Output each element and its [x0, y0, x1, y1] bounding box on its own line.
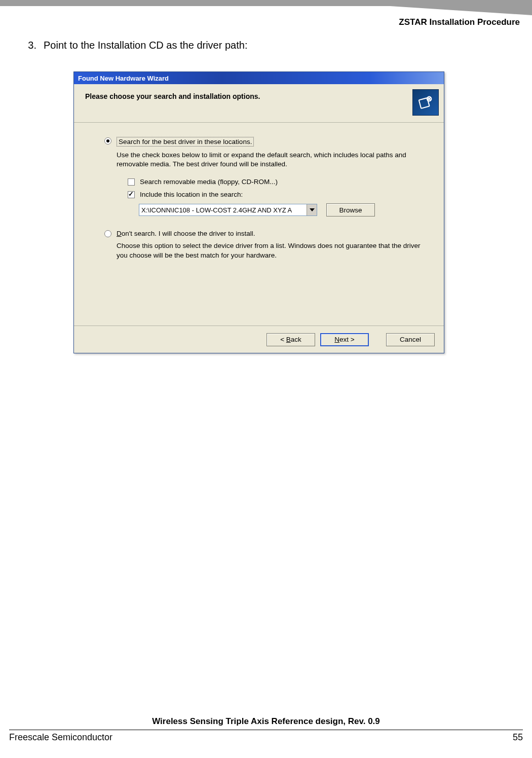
radio-icon[interactable] [104, 137, 111, 145]
dialog-header: Please choose your search and installati… [74, 84, 444, 123]
footer-rule [9, 730, 523, 730]
option-dont-search[interactable]: Don't search. I will choose the driver t… [104, 230, 430, 237]
page-footer: Wireless Sensing Triple Axis Reference d… [9, 716, 523, 743]
section-title: ZSTAR Installation Procedure [9, 17, 523, 27]
found-new-hardware-dialog: Found New Hardware Wizard Please choose … [73, 71, 444, 353]
option2-label: Don't search. I will choose the driver t… [117, 230, 255, 237]
cancel-button[interactable]: Cancel [386, 333, 435, 346]
option2-description: Choose this option to select the device … [117, 241, 423, 260]
browse-label: Browse [339, 206, 362, 214]
cancel-label: Cancel [400, 336, 421, 343]
checkbox-removable-media[interactable]: Search removable media (floppy, CD-ROM..… [128, 178, 430, 186]
browse-button[interactable]: Browse [326, 203, 375, 216]
checkbox-include-location[interactable]: Include this location in the search: [128, 191, 430, 198]
back-button[interactable]: < Back [267, 333, 315, 346]
checkbox-include-label: Include this location in the search: [140, 191, 243, 198]
dialog-title: Found New Hardware Wizard [78, 75, 169, 82]
document-title: Wireless Sensing Triple Axis Reference d… [9, 716, 523, 729]
option-search-best-driver[interactable]: Search for the best driver in these loca… [104, 137, 430, 147]
next-button[interactable]: Next > [320, 333, 369, 346]
dialog-body: Search for the best driver in these loca… [74, 123, 444, 274]
dialog-titlebar[interactable]: Found New Hardware Wizard [74, 72, 444, 84]
page-number: 55 [513, 732, 523, 743]
checkbox-icon[interactable] [128, 191, 135, 198]
hardware-wizard-icon [412, 89, 439, 116]
location-combobox[interactable] [139, 204, 317, 216]
location-input[interactable] [139, 204, 307, 215]
dialog-footer: < Back Next > Cancel [74, 326, 444, 353]
instruction-step: 3. Point to the Installation CD as the d… [9, 40, 523, 51]
step-number: 3. [24, 40, 36, 51]
company-name: Freescale Semiconductor [9, 732, 112, 743]
option1-description: Use the check boxes below to limit or ex… [117, 151, 423, 169]
step-text: Point to the Installation CD as the driv… [44, 40, 247, 51]
combobox-dropdown-button[interactable] [307, 204, 317, 215]
radio-icon[interactable] [104, 230, 111, 237]
checkbox-icon[interactable] [128, 178, 135, 186]
dialog-header-text: Please choose your search and installati… [85, 89, 407, 100]
checkbox-removable-label: Search removable media (floppy, CD-ROM..… [140, 178, 278, 186]
option1-label: Search for the best driver in these loca… [117, 137, 254, 147]
